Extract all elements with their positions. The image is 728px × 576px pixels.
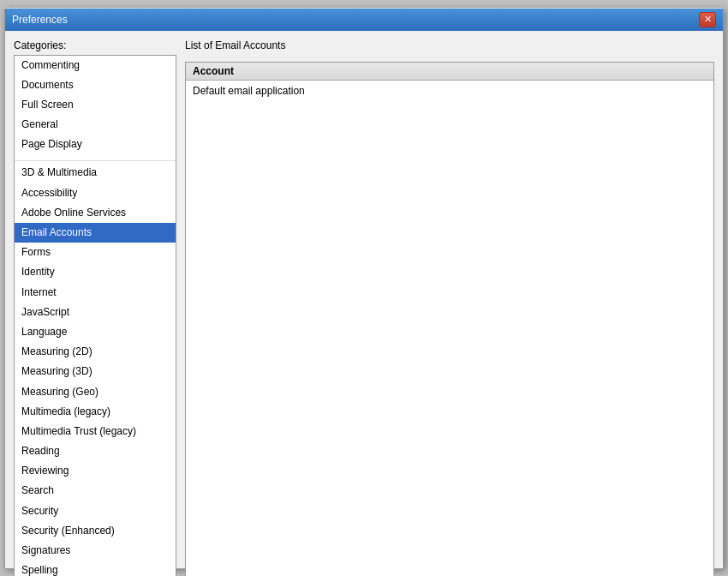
preferences-dialog: Preferences ✕ Categories: Commenting Doc… bbox=[4, 8, 724, 569]
sidebar-item-general[interactable]: General bbox=[15, 115, 176, 135]
sidebar-item-internet[interactable]: Internet bbox=[15, 283, 176, 303]
close-button[interactable]: ✕ bbox=[699, 12, 716, 27]
dialog-title: Preferences bbox=[12, 14, 68, 26]
sidebar-item-signatures[interactable]: Signatures bbox=[15, 541, 176, 561]
sidebar-item-reviewing[interactable]: Reviewing bbox=[15, 461, 176, 481]
sidebar-item-forms[interactable]: Forms bbox=[15, 243, 176, 262]
sidebar-item-javascript[interactable]: JavaScript bbox=[15, 303, 176, 322]
sidebar-item-adobe-online-services[interactable]: Adobe Online Services bbox=[15, 203, 176, 223]
account-table-body[interactable]: Default email application bbox=[186, 81, 713, 577]
left-panel: Categories: Commenting Documents Full Sc… bbox=[14, 39, 176, 577]
sidebar-item-multimedia-trust-legacy[interactable]: Multimedia Trust (legacy) bbox=[15, 422, 176, 441]
sidebar-item-multimedia-legacy[interactable]: Multimedia (legacy) bbox=[15, 402, 176, 422]
sidebar-item-spelling[interactable]: Spelling bbox=[15, 561, 176, 576]
sidebar-item-search[interactable]: Search bbox=[15, 481, 176, 501]
sidebar-item-measuring-3d[interactable]: Measuring (3D) bbox=[15, 362, 176, 381]
sidebar-item-page-display[interactable]: Page Display bbox=[15, 135, 176, 154]
section-title: List of Email Accounts bbox=[185, 39, 714, 51]
sidebar-item-identity[interactable]: Identity bbox=[15, 262, 176, 282]
sidebar-item-3d-multimedia[interactable]: 3D & Multimedia bbox=[15, 163, 176, 183]
dialog-content: Categories: Commenting Documents Full Sc… bbox=[5, 31, 723, 577]
categories-list[interactable]: Commenting Documents Full Screen General… bbox=[14, 55, 176, 577]
categories-label: Categories: bbox=[14, 39, 176, 51]
category-divider bbox=[15, 154, 176, 161]
right-panel: List of Email Accounts Account Default e… bbox=[185, 39, 714, 577]
sidebar-item-security-enhanced[interactable]: Security (Enhanced) bbox=[15, 521, 176, 541]
sidebar-item-commenting[interactable]: Commenting bbox=[15, 56, 176, 75]
sidebar-item-security[interactable]: Security bbox=[15, 501, 176, 521]
sidebar-item-language[interactable]: Language bbox=[15, 322, 176, 342]
sidebar-item-reading[interactable]: Reading bbox=[15, 441, 176, 461]
sidebar-item-documents[interactable]: Documents bbox=[15, 75, 176, 95]
account-table-header: Account bbox=[186, 63, 713, 81]
sidebar-item-measuring-geo[interactable]: Measuring (Geo) bbox=[15, 382, 176, 402]
list-item[interactable]: Default email application bbox=[186, 81, 713, 102]
sidebar-item-full-screen[interactable]: Full Screen bbox=[15, 95, 176, 115]
sidebar-item-measuring-2d[interactable]: Measuring (2D) bbox=[15, 342, 176, 362]
title-bar: Preferences ✕ bbox=[5, 9, 723, 31]
sidebar-item-email-accounts[interactable]: Email Accounts bbox=[15, 223, 176, 243]
account-table: Account Default email application bbox=[185, 62, 714, 577]
sidebar-item-accessibility[interactable]: Accessibility bbox=[15, 183, 176, 203]
